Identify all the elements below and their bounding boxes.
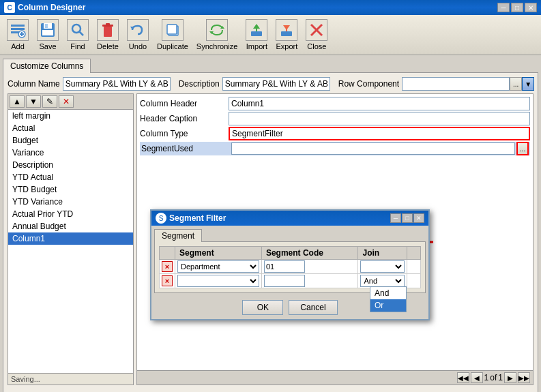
svg-rect-20 [251, 31, 262, 36]
list-item[interactable]: YTD Variance [8, 196, 133, 208]
col-type-label: Column Type [140, 129, 229, 138]
next-page-button[interactable]: ▶ [504, 372, 516, 383]
row-component-input[interactable] [402, 77, 510, 91]
list-item[interactable]: Annual Budget [8, 220, 133, 232]
dropdown-item-and[interactable]: And [370, 287, 406, 299]
seg-row1-extra-cell [407, 260, 421, 274]
find-label: Find [70, 42, 85, 50]
dialog-tab-strip: Segment [154, 228, 426, 241]
add-icon [7, 19, 29, 41]
seg-col-segment: Segment [175, 247, 262, 260]
dialog-maximize-button[interactable]: □ [402, 213, 413, 223]
seg-row1-join-cell [358, 260, 407, 274]
sidebar-delete-button[interactable]: ✕ [59, 95, 74, 108]
maximize-button[interactable]: □ [511, 3, 523, 12]
undo-button[interactable]: Undo [124, 18, 151, 52]
save-button[interactable]: Save [34, 18, 61, 52]
list-item[interactable]: YTD Budget [8, 183, 133, 196]
app-icon: C [4, 2, 15, 13]
description-input[interactable] [222, 77, 330, 91]
seg-row1-code-input[interactable] [264, 260, 305, 273]
seg-row1-delete-button[interactable]: × [162, 261, 173, 272]
row-component-arrow-button[interactable]: ▼ [522, 77, 534, 91]
list-item[interactable]: Description [8, 159, 133, 171]
undo-icon [127, 19, 149, 41]
undo-label: Undo [129, 42, 147, 50]
find-icon [67, 19, 89, 41]
column-name-row: Column Name Description Row Component ..… [8, 77, 533, 91]
header-caption-input[interactable] [229, 112, 530, 125]
list-item[interactable]: Actual Prior YTD [8, 208, 133, 220]
header-caption-row: Header Caption [140, 112, 530, 125]
column-name-input[interactable] [63, 77, 171, 91]
segment-used-input[interactable] [231, 142, 515, 155]
save-label: Save [39, 42, 56, 50]
prev-page-button[interactable]: ◀ [471, 372, 483, 383]
minimize-button[interactable]: ─ [497, 3, 510, 12]
svg-rect-1 [11, 28, 25, 30]
seg-row1-segment-select[interactable]: Department [177, 260, 259, 273]
segment-tab[interactable]: Segment [154, 229, 202, 242]
find-button[interactable]: Find [64, 18, 91, 52]
export-icon [276, 19, 297, 41]
segment-used-dots-button[interactable]: ... [516, 142, 529, 155]
dialog-minimize-button[interactable]: ─ [390, 213, 401, 223]
col-header-input[interactable] [229, 97, 530, 110]
dialog-content: Segment Segment Segment Code Join [151, 226, 428, 296]
add-label: Add [11, 42, 25, 50]
duplicate-icon [162, 19, 184, 41]
seg-row2-code-input[interactable] [264, 275, 305, 287]
duplicate-button[interactable]: Duplicate [154, 18, 191, 52]
svg-rect-12 [104, 27, 112, 37]
dropdown-item-or[interactable]: Or [370, 299, 406, 312]
list-item-selected[interactable]: Column1 [8, 232, 133, 245]
save-icon [37, 19, 59, 41]
seg-col-code: Segment Code [261, 247, 358, 260]
export-button[interactable]: Export [273, 18, 300, 52]
row-component-label: Row Component [338, 79, 399, 89]
seg-row1-del-cell: × [160, 260, 175, 274]
seg-row2-join-select[interactable]: And [360, 275, 405, 287]
svg-rect-23 [281, 31, 292, 36]
list-item[interactable]: left margin [8, 110, 133, 122]
sidebar-status: Saving... [8, 373, 133, 385]
svg-rect-8 [45, 24, 48, 28]
first-page-button[interactable]: ◀◀ [457, 372, 469, 383]
sidebar-up-button[interactable]: ▲ [10, 95, 25, 108]
list-item[interactable]: YTD Actual [8, 171, 133, 183]
seg-col-join: Join [358, 247, 407, 260]
last-page-button[interactable]: ▶▶ [518, 372, 530, 383]
close-toolbar-button[interactable]: Close [303, 18, 330, 52]
customize-columns-tab[interactable]: Customize Columns [3, 59, 91, 73]
table-row: × Department [160, 260, 421, 274]
dialog-title-bar: S Segment Filter ─ □ ✕ [151, 211, 428, 226]
dialog-close-button[interactable]: ✕ [413, 213, 424, 223]
synchronize-button[interactable]: Synchronize [194, 18, 241, 52]
row-component-dots-button[interactable]: ... [510, 77, 522, 91]
ok-button[interactable]: OK [242, 300, 283, 315]
seg-row2-segment-cell [175, 274, 262, 288]
close-button[interactable]: ✕ [525, 3, 537, 12]
seg-row1-segment-cell: Department [175, 260, 262, 274]
seg-row2-delete-button[interactable]: × [162, 275, 173, 286]
list-item[interactable]: Budget [8, 134, 133, 147]
dialog-tab-content: Segment Segment Code Join × [154, 241, 426, 293]
import-button[interactable]: Import [243, 18, 270, 52]
svg-marker-15 [130, 27, 134, 30]
col-type-input[interactable] [229, 127, 530, 140]
seg-row2-segment-select[interactable] [177, 275, 259, 287]
seg-col-extra [407, 247, 421, 260]
header-caption-label: Header Caption [140, 114, 229, 123]
cancel-button[interactable]: Cancel [289, 300, 337, 315]
list-item[interactable]: Variance [8, 147, 133, 159]
add-button[interactable]: Add [4, 18, 31, 52]
sidebar-down-button[interactable]: ▼ [26, 95, 41, 108]
delete-button[interactable]: Delete [94, 18, 121, 52]
seg-row2-code-cell [261, 274, 358, 288]
join-dropdown-popup: And Or [370, 286, 407, 312]
seg-row1-join-select[interactable] [360, 260, 405, 273]
column-name-label: Column Name [8, 79, 60, 89]
sidebar-edit-button[interactable]: ✎ [42, 95, 57, 108]
list-item[interactable]: Actual [8, 122, 133, 134]
import-label: Import [246, 42, 267, 50]
